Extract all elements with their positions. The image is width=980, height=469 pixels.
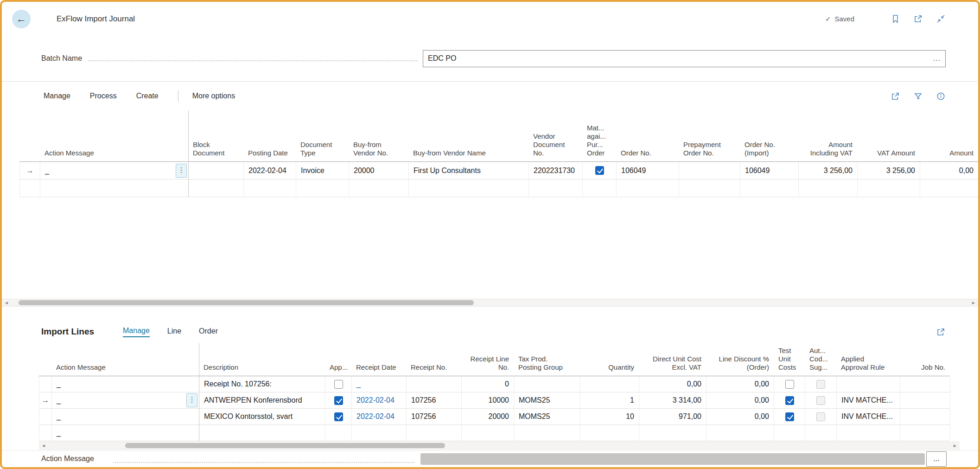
col-amount-including-vat[interactable]: Amount Including VAT xyxy=(798,141,857,161)
cell-vat-amount[interactable]: 3 256,00 xyxy=(858,162,920,179)
cell-action-message[interactable]: _ ⋮ xyxy=(40,162,189,179)
cell-amount[interactable]: 0,00 xyxy=(920,162,979,179)
assist-edit-button[interactable]: ... xyxy=(926,451,947,467)
col-approved[interactable]: App... xyxy=(325,363,351,376)
cell-action-message[interactable]: _ xyxy=(52,409,199,424)
cell-description[interactable]: Receipt No. 107256: xyxy=(199,376,325,392)
bookmark-icon[interactable] xyxy=(891,14,900,24)
cell-job-no[interactable] xyxy=(900,392,950,408)
share-icon[interactable] xyxy=(936,327,946,337)
cell-receipt-no[interactable]: 107256 xyxy=(407,409,462,424)
row-menu-button[interactable]: ⋮ xyxy=(186,393,197,407)
cell-buy-from-vendor-name[interactable]: First Up Consultants xyxy=(409,162,529,179)
cell-buy-from-vendor-no[interactable]: 20000 xyxy=(349,162,409,179)
filter-icon[interactable] xyxy=(913,91,923,101)
cell-applied-approval-rule[interactable] xyxy=(837,425,900,441)
cell-vendor-document-no[interactable] xyxy=(529,180,583,197)
cell-direct-unit-cost[interactable]: 3 314,00 xyxy=(639,392,706,408)
scroll-left-icon[interactable]: ◄ xyxy=(4,300,9,306)
cell-amount[interactable] xyxy=(920,180,979,197)
test-unit-costs-checkbox[interactable] xyxy=(785,412,794,421)
cell-receipt-line-no[interactable]: 0 xyxy=(462,376,514,392)
toolbar-manage[interactable]: Manage xyxy=(44,92,70,100)
approved-checkbox[interactable] xyxy=(334,380,343,389)
cell-document-type[interactable] xyxy=(296,180,349,197)
import-line-row-empty[interactable]: _ xyxy=(39,425,950,441)
cell-job-no[interactable] xyxy=(900,425,950,441)
cell-block-document[interactable] xyxy=(189,180,244,197)
cell-quantity[interactable] xyxy=(580,376,639,392)
cell-approved[interactable] xyxy=(325,425,352,441)
toolbar-more-options[interactable]: More options xyxy=(192,92,235,100)
open-new-window-icon[interactable] xyxy=(913,14,923,24)
cell-line-discount[interactable]: 0,00 xyxy=(706,392,774,408)
import-line-row[interactable]: _ MEXICO Kontorsstol, svart 2022-02-04 1… xyxy=(39,409,950,425)
col-block-document[interactable]: Block Document xyxy=(188,141,243,161)
cell-action-message[interactable]: _ xyxy=(52,425,199,441)
col-direct-unit-cost[interactable]: Direct Unit Cost Excl. VAT xyxy=(639,355,706,376)
approved-checkbox[interactable] xyxy=(334,412,343,421)
col-test-unit-costs[interactable]: Test Unit Costs xyxy=(774,347,805,376)
col-vat-amount[interactable]: VAT Amount xyxy=(857,149,920,161)
scroll-right-icon[interactable]: ► xyxy=(953,443,957,449)
test-unit-costs-checkbox[interactable] xyxy=(785,380,794,389)
cell-description[interactable] xyxy=(199,425,325,441)
cell-vat-amount[interactable] xyxy=(858,180,920,197)
cell-line-discount[interactable]: 0,00 xyxy=(706,409,774,424)
cell-tax-prod-posting-group[interactable]: MOMS25 xyxy=(514,392,580,408)
cell-quantity[interactable]: 1 xyxy=(580,392,639,408)
import-lines-hscrollbar[interactable]: ◄ ► xyxy=(39,442,960,450)
cell-matched[interactable] xyxy=(583,180,617,197)
cell-block-document[interactable] xyxy=(189,162,244,179)
cell-description[interactable]: MEXICO Kontorsstol, svart xyxy=(199,409,325,424)
cell-direct-unit-cost[interactable]: 0,00 xyxy=(639,376,706,392)
cell-receipt-date[interactable]: _ xyxy=(352,376,407,392)
cell-job-no[interactable] xyxy=(900,409,950,424)
cell-amount-including-vat[interactable]: 3 256,00 xyxy=(799,162,858,179)
cell-posting-date[interactable] xyxy=(244,180,296,197)
cell-order-no-import[interactable] xyxy=(740,180,799,197)
cell-receipt-no[interactable]: 107256 xyxy=(407,392,462,408)
col-auto-code-suggestion[interactable]: Aut... Cod... Sug... xyxy=(805,347,836,376)
cell-buy-from-vendor-no[interactable] xyxy=(349,180,409,197)
cell-job-no[interactable] xyxy=(900,376,950,392)
col-buy-from-vendor-name[interactable]: Buy-from Vendor Name xyxy=(408,149,528,161)
info-icon[interactable] xyxy=(936,91,946,101)
toolbar-process[interactable]: Process xyxy=(90,92,117,100)
journal-row[interactable]: → _ ⋮ 2022-02-04 Invoice 20000 First Up … xyxy=(19,162,978,180)
cell-receipt-date[interactable]: 2022-02-04 xyxy=(352,392,407,408)
cell-action-message[interactable]: _ ⋮ xyxy=(52,392,199,408)
cell-applied-approval-rule[interactable]: INV MATCHE... xyxy=(837,392,900,408)
col-amount[interactable]: Amount xyxy=(920,149,978,161)
cell-direct-unit-cost[interactable] xyxy=(639,425,706,441)
cell-posting-date[interactable]: 2022-02-04 xyxy=(244,162,296,179)
import-lines-hscrollbar-thumb[interactable] xyxy=(125,443,445,448)
cell-receipt-date[interactable]: 2022-02-04 xyxy=(352,409,407,424)
col-prepayment-order-no[interactable]: Prepayment Order No. xyxy=(679,141,740,161)
col-matched-against-purchase-order[interactable]: Mat... agai... Pur... Order xyxy=(582,124,616,161)
col-order-no[interactable]: Order No. xyxy=(616,149,679,161)
cell-line-discount[interactable] xyxy=(706,425,774,441)
cell-applied-approval-rule[interactable]: INV MATCHE... xyxy=(837,409,900,424)
import-line-row[interactable]: _ Receipt No. 107256: _ 0 0,00 0,00 xyxy=(39,376,950,392)
cell-order-no[interactable]: 106049 xyxy=(617,162,679,179)
journal-hscrollbar-thumb[interactable] xyxy=(19,300,474,305)
cell-amount-including-vat[interactable] xyxy=(799,180,858,197)
batch-assist-button[interactable]: ... xyxy=(933,54,941,63)
cell-description[interactable]: ANTWERPEN Konferensbord xyxy=(199,392,325,408)
journal-hscrollbar[interactable]: ◄ ► xyxy=(2,299,978,307)
cell-vendor-document-no[interactable]: 2202231730 xyxy=(529,162,583,179)
approved-checkbox[interactable] xyxy=(334,396,343,405)
col-job-no[interactable]: Job No. xyxy=(900,363,950,376)
cell-prepayment-order-no[interactable] xyxy=(679,162,740,179)
col-receipt-no[interactable]: Receipt No. xyxy=(406,363,461,376)
col-action-message[interactable]: Action Message xyxy=(40,149,188,161)
col-quantity[interactable]: Quantity xyxy=(580,363,639,376)
cell-receipt-line-no[interactable]: 10000 xyxy=(462,392,514,408)
cell-document-type[interactable]: Invoice xyxy=(296,162,349,179)
col-applied-approval-rule[interactable]: Applied Approval Rule xyxy=(836,355,900,376)
batch-name-input[interactable]: EDC PO ... xyxy=(423,50,946,67)
col-action-message[interactable]: Action Message xyxy=(51,363,199,376)
cell-direct-unit-cost[interactable]: 971,00 xyxy=(639,409,706,424)
import-line-row[interactable]: → _ ⋮ ANTWERPEN Konferensbord 2022-02-04… xyxy=(39,392,950,409)
